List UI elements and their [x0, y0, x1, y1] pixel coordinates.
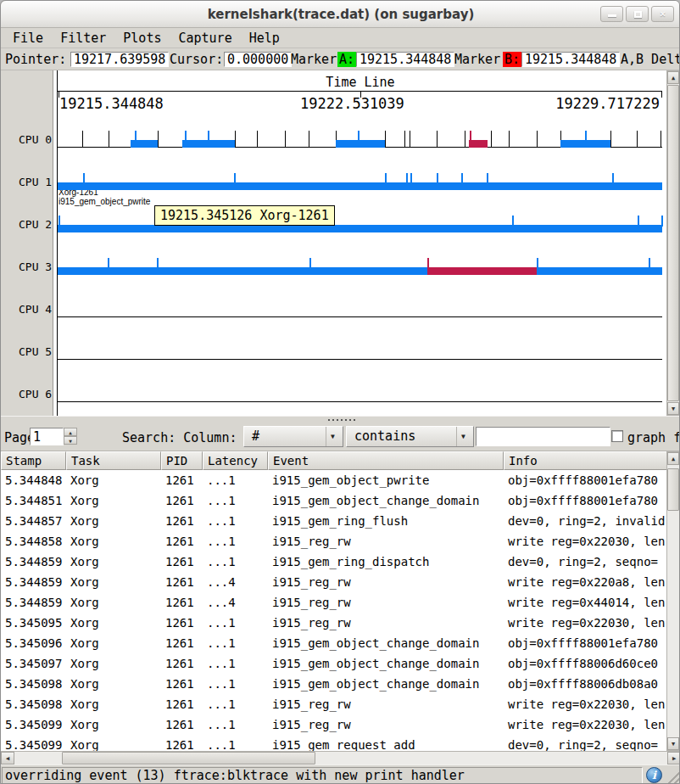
status-message: overriding event (13) ftrace:blktrace wi…: [2, 767, 643, 784]
column-header-stamp[interactable]: Stamp: [1, 451, 66, 470]
column-header-info[interactable]: Info: [504, 451, 680, 470]
event-tick: [660, 131, 661, 148]
chevron-down-icon[interactable]: ▼: [456, 427, 470, 446]
table-row[interactable]: 5.344851Xorg1261...1i915_gem_object_chan…: [1, 490, 680, 511]
column-header-pid[interactable]: PID: [161, 451, 203, 470]
column-header-task[interactable]: Task: [66, 451, 161, 470]
cpu-baseline: [58, 359, 662, 360]
graph-scroll-up-icon[interactable]: ▲: [667, 71, 679, 84]
table-row[interactable]: 5.345095Xorg1261...1i915_reg_rwwrite reg…: [1, 613, 680, 633]
match-select[interactable]: contains ▼: [346, 426, 474, 447]
chevron-down-icon[interactable]: ▼: [326, 427, 339, 446]
graph-scroll-down-icon[interactable]: ▼: [667, 402, 679, 415]
event-tick-blue: [649, 258, 650, 269]
cell-info: obj=0xffff88006db08a0: [504, 674, 680, 694]
table-row[interactable]: 5.344848Xorg1261...1i915_gem_object_pwri…: [1, 470, 680, 490]
cell-info: dev=0, ring=2, seqno=: [504, 735, 680, 751]
pane-splitter[interactable]: [1, 416, 680, 423]
table-scroll-down-icon[interactable]: ▼: [667, 737, 679, 750]
event-tick-red: [470, 131, 471, 147]
close-button[interactable]: ✕: [651, 6, 674, 22]
graph-vertical-scrollbar[interactable]: ▲ ▼: [666, 70, 680, 416]
info-icon[interactable]: i: [646, 767, 662, 783]
event-table-header: StampTaskPIDLatencyEventInfo: [1, 451, 680, 470]
maximize-icon: [634, 11, 642, 18]
event-tick: [637, 131, 638, 148]
event-tick-blue: [406, 173, 408, 184]
cell-latency: ...1: [203, 552, 268, 572]
page-spin-up-icon[interactable]: ▲: [64, 428, 77, 436]
timeline-plot[interactable]: Time Line 19215.344848 19222.531039 1922…: [57, 70, 662, 416]
menu-item-file[interactable]: File: [6, 30, 50, 47]
event-tick: [257, 131, 258, 148]
event-tick-blue: [512, 216, 514, 227]
event-tick-blue: [487, 173, 488, 184]
cell-latency: ...1: [203, 694, 268, 714]
scroll-right-icon[interactable]: ▶: [667, 752, 680, 764]
table-row[interactable]: 5.345096Xorg1261...1i915_gem_object_chan…: [1, 633, 680, 653]
event-tick: [465, 131, 465, 148]
cell-task: Xorg: [66, 470, 161, 490]
cell-event: i915_gem_object_pwrite: [268, 470, 504, 490]
pointer-label: Pointer:: [5, 52, 66, 67]
table-row[interactable]: 5.345097Xorg1261...1i915_gem_object_chan…: [1, 653, 680, 674]
cpu-gutter: CPU 0CPU 1CPU 2CPU 3CPU 4CPU 5CPU 6: [1, 70, 53, 416]
table-vertical-scrollbar[interactable]: ▲ ▼: [666, 451, 680, 751]
menu-item-capture[interactable]: Capture: [171, 30, 238, 47]
table-horizontal-scrollbar[interactable]: ◀ ▶: [1, 751, 680, 764]
event-tick: [309, 131, 309, 148]
column-select[interactable]: # ▼: [243, 426, 343, 447]
cursor-label: Cursor:: [170, 52, 223, 67]
cpu-label-1: CPU 1: [19, 176, 52, 189]
cell-latency: ...1: [203, 531, 268, 552]
table-row[interactable]: 5.344859Xorg1261...1i915_gem_ring_dispat…: [1, 552, 680, 572]
column-header-event[interactable]: Event: [268, 451, 504, 470]
cell-latency: ...1: [203, 490, 268, 511]
cell-info: write reg=0x44014, len: [504, 592, 680, 613]
cell-pid: 1261: [161, 531, 203, 552]
cell-event: i915_gem_object_change_domain: [268, 674, 504, 694]
resize-grip-icon[interactable]: [666, 770, 680, 784]
axis-tick-right: [661, 91, 662, 98]
search-input[interactable]: [476, 427, 610, 446]
task-bar-blue: [58, 182, 662, 190]
graph-follows-checkbox[interactable]: [611, 430, 623, 442]
menu-item-plots[interactable]: Plots: [116, 30, 168, 47]
pointer-value: 19217.639598: [70, 52, 169, 67]
marker-info-bar: Pointer: 19217.639598 Cursor: 0.000000 M…: [1, 48, 680, 70]
menu-bar: FileFilterPlotsCaptureHelp: [1, 28, 680, 48]
maximize-button[interactable]: [626, 6, 649, 22]
table-row[interactable]: 5.344859Xorg1261...4i915_reg_rwwrite reg…: [1, 592, 680, 613]
column-header-latency[interactable]: Latency: [203, 451, 268, 470]
menu-item-help[interactable]: Help: [242, 30, 287, 47]
cell-pid: 1261: [161, 592, 203, 613]
table-row[interactable]: 5.345099Xorg1261...1i915_gem_request_add…: [1, 735, 680, 751]
page-spin-down-icon[interactable]: ▼: [64, 436, 77, 445]
table-row[interactable]: 5.345098Xorg1261...1i915_reg_rwwrite reg…: [1, 694, 680, 714]
cell-info: dev=0, ring=2, invalid: [504, 511, 680, 531]
table-row[interactable]: 5.344859Xorg1261...4i915_reg_rwwrite reg…: [1, 572, 680, 592]
graph-scroll-thumb[interactable]: [667, 85, 679, 401]
table-scroll-up-icon[interactable]: ▲: [667, 452, 679, 465]
title-bar[interactable]: kernelshark(trace.dat) (on sugarbay) ✕: [1, 1, 680, 28]
hscroll-thumb[interactable]: [62, 752, 315, 764]
event-tick: [404, 131, 405, 148]
cell-info: write reg=0x22030, len: [504, 613, 680, 633]
cell-event: i915_gem_object_change_domain: [268, 653, 504, 674]
cell-pid: 1261: [161, 572, 203, 592]
page-spinbox[interactable]: 1: [30, 428, 64, 445]
task-bar-blue: [58, 267, 427, 275]
table-row[interactable]: 5.344857Xorg1261...1i915_gem_ring_flushd…: [1, 511, 680, 531]
menu-item-filter[interactable]: Filter: [53, 30, 113, 47]
event-tick-blue: [661, 216, 663, 227]
cpu-label-3: CPU 3: [19, 260, 52, 274]
cell-info: obj=0xffff88001efa780: [504, 470, 680, 490]
scroll-left-icon[interactable]: ◀: [1, 752, 14, 764]
table-row[interactable]: 5.344858Xorg1261...1i915_reg_rwwrite reg…: [1, 531, 680, 552]
minimize-button[interactable]: [600, 6, 623, 22]
table-row[interactable]: 5.345098Xorg1261...1i915_gem_object_chan…: [1, 674, 680, 694]
cell-pid: 1261: [161, 552, 203, 572]
cpu-label-6: CPU 6: [19, 388, 52, 401]
table-scroll-thumb[interactable]: [667, 468, 679, 511]
table-row[interactable]: 5.345099Xorg1261...1i915_reg_rwwrite reg…: [1, 714, 680, 735]
